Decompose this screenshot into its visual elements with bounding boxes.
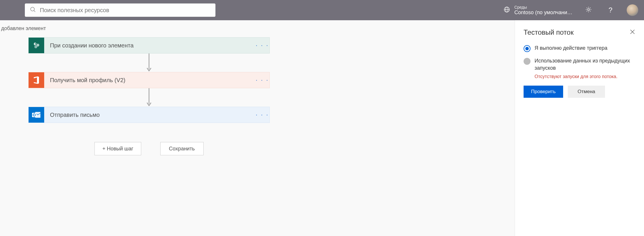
environment-label: Среды	[514, 5, 572, 10]
office-icon	[29, 72, 44, 88]
sharepoint-icon: S	[29, 38, 44, 53]
search-icon	[30, 7, 36, 14]
svg-point-5	[588, 9, 589, 10]
cancel-button[interactable]: Отмена	[568, 86, 605, 98]
breadcrumb: добавлен элемент	[0, 20, 515, 37]
radio-disabled-icon	[524, 58, 531, 65]
radio-label: Я выполню действие триггера	[535, 45, 607, 52]
gear-icon	[585, 6, 592, 14]
environment-picker[interactable]: Среды Contoso (по умолчани…	[503, 5, 572, 16]
svg-rect-13	[32, 113, 36, 117]
step-title: Получить мой профиль (V2)	[44, 77, 255, 84]
flow-canvas: добавлен элемент S При создании нового э…	[0, 20, 515, 236]
svg-point-8	[34, 45, 37, 48]
step-menu-button[interactable]: · · ·	[255, 76, 269, 84]
settings-button[interactable]	[583, 4, 594, 16]
svg-text:S: S	[35, 43, 37, 46]
test-button[interactable]: Проверить	[524, 86, 563, 98]
step-menu-button[interactable]: · · ·	[255, 111, 269, 119]
test-option-manual[interactable]: Я выполню действие триггера	[524, 45, 635, 52]
globe-icon	[503, 6, 510, 14]
outlook-icon	[29, 107, 44, 123]
test-flow-panel: Тестовый поток Я выполню действие тригге…	[515, 20, 644, 236]
search-input[interactable]	[40, 7, 210, 14]
avatar[interactable]	[627, 4, 638, 16]
svg-line-1	[34, 11, 36, 12]
test-option-previous-runs[interactable]: Использование данных из предыдущих запус…	[524, 57, 635, 72]
radio-selected-icon	[524, 45, 531, 52]
save-button[interactable]: Сохранить	[160, 142, 204, 155]
panel-close-button[interactable]	[630, 29, 635, 36]
step-title: При создании нового элемента	[44, 42, 255, 49]
panel-title: Тестовый поток	[524, 28, 574, 36]
flow-step-action-email[interactable]: Отправить письмо · · ·	[28, 107, 270, 123]
help-icon: ?	[608, 6, 612, 14]
new-step-button[interactable]: + Новый шаг	[94, 142, 141, 155]
flow-step-trigger[interactable]: S При создании нового элемента · · ·	[28, 37, 270, 54]
flow-step-action-profile[interactable]: Получить мой профиль (V2) · · ·	[28, 72, 270, 88]
previous-runs-warning: Отсутствуют запуски для этого потока.	[535, 74, 635, 79]
svg-point-0	[31, 7, 34, 11]
connector-arrow	[146, 88, 152, 107]
help-button[interactable]: ?	[605, 4, 616, 16]
environment-name: Contoso (по умолчани…	[514, 10, 572, 16]
connector-arrow	[146, 54, 152, 72]
app-header: Среды Contoso (по умолчани… ?	[0, 0, 644, 20]
close-icon	[630, 31, 635, 36]
step-title: Отправить письмо	[44, 112, 255, 118]
search-box[interactable]	[25, 3, 215, 17]
step-menu-button[interactable]: · · ·	[255, 42, 269, 49]
radio-label: Использование данных из предыдущих запус…	[535, 57, 635, 72]
